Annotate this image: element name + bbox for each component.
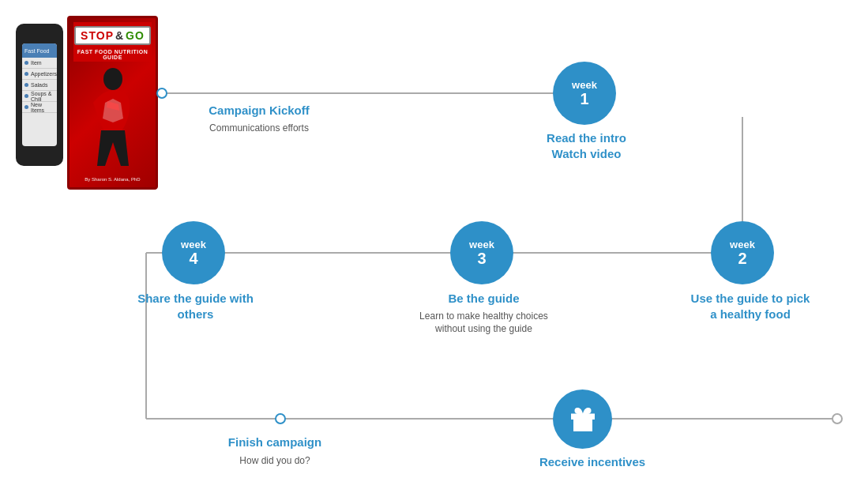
incentive-circle	[553, 390, 612, 449]
week2-circle: week 2	[711, 221, 774, 284]
week1-label: Read the introWatch video	[521, 130, 652, 161]
amp-text: &	[115, 29, 124, 42]
phone-device: Fast Food Item Appetizers Salads Soups &…	[16, 24, 63, 166]
gift-icon	[569, 405, 597, 434]
kickoff-sublabel: Communications efforts	[196, 122, 322, 135]
week2-label: Use the guide to picka healthy food	[675, 291, 825, 322]
finish-dot	[275, 413, 286, 424]
book-author: By Sharon S. Aldana, PhD	[83, 175, 141, 183]
phone-row-2: Appetizers	[22, 69, 57, 80]
incentive-label: Receive incentives	[513, 454, 671, 470]
book-cover: STOP & GO FAST FOOD NUTRITION GUIDE	[67, 16, 158, 190]
book-title-bar: STOP & GO FAST FOOD NUTRITION GUIDE	[73, 22, 152, 62]
go-text: GO	[126, 29, 145, 42]
phone-row-3: Salads	[22, 80, 57, 91]
week1-circle: week 1	[553, 62, 616, 125]
kickoff-dot	[156, 88, 167, 99]
week3-label: Be the guide	[419, 291, 549, 307]
book-subtitle: FAST FOOD NUTRITION GUIDE	[73, 49, 152, 60]
week4-circle: week 4	[162, 221, 225, 284]
finish-sublabel: How did you do?	[204, 455, 346, 468]
svg-point-5	[103, 68, 122, 90]
book-figure-svg	[77, 63, 148, 174]
kickoff-label: Campaign Kickoff	[196, 103, 322, 119]
book-inner: STOP & GO FAST FOOD NUTRITION GUIDE	[67, 16, 158, 190]
week4-label: Share the guide withothers	[130, 291, 261, 322]
diagram-container: Fast Food Item Appetizers Salads Soups &…	[0, 0, 868, 493]
stop-go-logo: STOP & GO	[74, 26, 151, 45]
phone-row-5: New Items	[22, 102, 57, 113]
stop-text: STOP	[81, 29, 114, 42]
phone-top-bar: Fast Food	[22, 43, 57, 58]
phone-screen: Fast Food Item Appetizers Salads Soups &…	[22, 43, 57, 146]
book-figure	[73, 62, 152, 175]
end-dot	[832, 413, 843, 424]
phone-row-4: Soups & Chili	[22, 91, 57, 102]
finish-label: Finish campaign	[204, 435, 346, 450]
week3-circle: week 3	[450, 221, 513, 284]
week3-sublabel: Learn to make healthy choiceswithout usi…	[419, 310, 549, 335]
phone-row-1: Item	[22, 58, 57, 69]
